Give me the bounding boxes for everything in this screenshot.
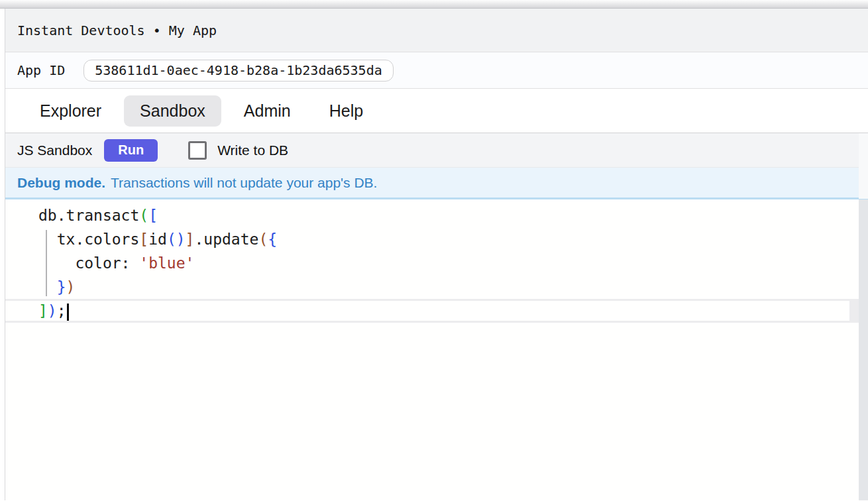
window-top-edge [0,0,868,9]
code-line: tx.colors[id()].update({ [5,227,859,251]
code-token: [ [139,231,148,248]
code-editor[interactable]: db.transact([ tx.colors[id()].update({ c… [5,199,859,500]
debug-mode-bold: Debug mode. [17,175,105,191]
indent-guide [46,230,47,296]
scrollbar-track-top [859,133,868,199]
code-token: ; [57,302,66,319]
code-token: .update [194,231,258,248]
code-token: { [268,231,277,248]
code-token: ( [258,231,268,248]
sandbox-content: JS Sandbox Run Write to DB Debug mode. T… [5,133,868,500]
code-token: id [148,231,167,248]
text-caret [67,304,69,321]
header: Instant Devtools • My App [5,9,868,52]
sandbox-toolbar: JS Sandbox Run Write to DB [5,133,859,168]
tab-admin[interactable]: Admin [228,95,307,127]
code-line: db.transact([ [5,203,859,227]
run-button[interactable]: Run [104,139,158,162]
code-line: color: 'blue' [5,251,859,275]
code-line: ]); [5,301,849,321]
code-token: [ [148,207,158,224]
code-token: ) [48,302,57,319]
scrollbar-track[interactable] [859,133,868,500]
write-to-db-checkbox[interactable] [188,141,207,160]
tab-bar: Explorer Sandbox Admin Help [5,89,868,133]
window-title: Instant Devtools • My App [17,23,217,38]
sandbox-main: JS Sandbox Run Write to DB Debug mode. T… [5,133,859,500]
code-line: }) [5,275,859,299]
code-token: ] [38,302,48,319]
js-sandbox-label: JS Sandbox [17,142,92,158]
debug-mode-banner: Debug mode. Transactions will not update… [5,168,859,199]
code-token: tx.colors [38,231,139,248]
tab-help[interactable]: Help [313,95,379,127]
app-id-label: App ID [17,62,65,78]
app-id-row: App ID 538611d1-0aec-4918-b28a-1b23da653… [5,52,868,89]
code-token: ) [176,231,186,248]
active-line-highlight: ]); [5,299,859,323]
app-id-value[interactable]: 538611d1-0aec-4918-b28a-1b23da6535da [83,60,393,82]
devtools-panel: Instant Devtools • My App App ID 538611d… [5,9,868,500]
code-token: ( [167,231,176,248]
code-token: ) [66,278,76,296]
write-to-db-label: Write to DB [217,142,288,158]
code-token: 'blue' [139,254,194,272]
scrollbar-track-bottom [859,199,868,500]
debug-mode-text: Transactions will not update your app's … [111,175,377,191]
tab-sandbox[interactable]: Sandbox [124,95,221,127]
tab-explorer[interactable]: Explorer [24,95,117,127]
code-token: ( [139,207,148,224]
code-token [38,278,57,296]
code-lines: db.transact([ tx.colors[id()].update({ c… [5,203,859,323]
code-token: color: [38,254,139,272]
code-token: db.transact [38,207,139,224]
code-token: } [57,278,66,296]
code-token: ] [186,231,195,248]
